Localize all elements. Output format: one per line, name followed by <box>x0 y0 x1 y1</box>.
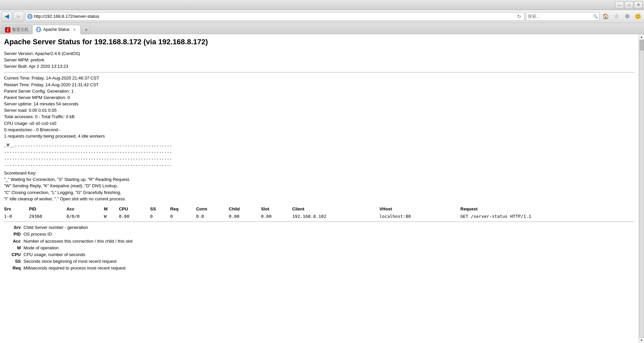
cpu-usage: CPU Usage: u0 s0 cu0 cs0 <box>4 120 635 127</box>
scroll-down-arrow[interactable]: ▼ <box>639 338 644 343</box>
current-time: Current Time: Friday, 14-Aug-2020 21:46:… <box>4 75 635 81</box>
restart-time: Restart Time: Friday, 14-Aug-2020 21:31:… <box>4 82 635 88</box>
server-version: Server Version: Apache/2.4.6 (CentOS) <box>4 51 635 57</box>
window-controls: — □ ✕ <box>615 1 643 9</box>
cell-pid: 29360 <box>29 213 67 220</box>
title-bar: — □ ✕ <box>0 0 644 10</box>
cell-srv: 1-0 <box>4 213 29 220</box>
scoreboard-key: Scoreboard Key: "_" Waiting for Connecti… <box>4 170 635 202</box>
legend-abbr-cpu: CPU <box>4 252 21 258</box>
legend-abbr-req: Req <box>4 265 21 271</box>
scrollbar-vertical[interactable]: ▲ ▼ <box>639 34 644 343</box>
cell-client: 192.168.8.102 <box>292 213 379 220</box>
legend-abbr-ss: SS <box>4 258 21 264</box>
maximize-button[interactable]: □ <box>625 1 633 9</box>
cell-cpu: 0.00 <box>119 213 150 220</box>
tab-bar: Z 配置主机 Apache Status ✕ + <box>0 23 644 34</box>
legend-row-cpu: CPU CPU usage, number of seconds <box>4 252 635 258</box>
cell-slot: 0.00 <box>261 213 292 220</box>
tab-favicon-1: Z <box>5 27 10 33</box>
cell-m: W <box>104 213 119 220</box>
cell-conn: 0.0 <box>196 213 229 220</box>
scroll-track[interactable] <box>639 40 644 338</box>
new-tab-button[interactable]: + <box>82 26 91 34</box>
cell-vhost: localhost:80 <box>379 213 460 220</box>
legend-row-srv: Srv Child Server number - generation <box>4 225 635 231</box>
legend-abbr-srv: Srv <box>4 225 21 231</box>
col-header-vhost: VHost <box>379 205 460 213</box>
scoreboard-row-2: ........................................… <box>4 148 635 154</box>
server-mpm: Server MPM: prefork <box>4 57 635 63</box>
col-header-cpu: CPU <box>119 205 150 213</box>
col-header-srv: Srv <box>4 205 29 213</box>
user-button[interactable]: 😊 <box>633 12 643 21</box>
url-input[interactable] <box>34 14 516 19</box>
scoreboard-row-3: ........................................… <box>4 155 635 161</box>
favorites-button[interactable]: ☆ <box>612 12 621 21</box>
close-button[interactable]: ✕ <box>634 1 643 9</box>
page-body: Apache Server Status for 192.168.8.172 (… <box>0 34 639 343</box>
content-area: Apache Server Status for 192.168.8.172 (… <box>0 34 639 343</box>
total-accesses: Total accesses: 0 - Total Traffic: 0 kB <box>4 114 635 120</box>
forward-button[interactable]: ▶ <box>13 11 24 21</box>
browser-window: — □ ✕ ◀ ▶ ↻ 🔍 <box>0 0 644 343</box>
legend-desc-cpu: CPU usage, number of seconds <box>23 252 85 258</box>
scroll-up-arrow[interactable]: ▲ <box>639 34 644 40</box>
legend-row-req: Req Milliseconds required to process mos… <box>4 265 635 271</box>
legend-desc-ss: Seconds since beginning of most recent r… <box>23 258 117 264</box>
page-title: Apache Server Status for 192.168.8.172 (… <box>4 37 635 47</box>
legend-row-m: M Mode of operation <box>4 245 635 251</box>
scoreboard-row-1: _W__....................................… <box>4 142 635 148</box>
scoreboard-row-4: ........................................… <box>4 161 635 167</box>
requests-rate: 0 requests/sec - 0 B/second - <box>4 127 635 133</box>
navigation-bar: ◀ ▶ ↻ 🔍 🏠 ☆ ⚙ 😊 <box>0 10 644 23</box>
col-header-request: Request <box>461 205 635 213</box>
col-header-client: Client <box>292 205 379 213</box>
legend-abbr-m: M <box>4 245 21 251</box>
cell-child: 0.00 <box>229 213 261 220</box>
col-header-req: Req <box>170 205 196 213</box>
workers-status: 1 requests currently being processed, 4 … <box>4 133 635 139</box>
minimize-button[interactable]: — <box>615 1 624 9</box>
legend-desc-m: Mode of operation <box>23 245 59 251</box>
legend-table: Srv Child Server number - generation PID… <box>4 222 635 271</box>
scoreboard-key-line-4: "I" Idle cleanup of worker, "." Open slo… <box>4 196 635 202</box>
refresh-button[interactable]: ↻ <box>516 13 523 20</box>
address-bar: ↻ <box>25 12 525 21</box>
cell-acc: 0/0/0 <box>66 213 104 220</box>
divider-1 <box>4 72 635 72</box>
search-input[interactable] <box>528 14 593 19</box>
tab-apache-status[interactable]: Apache Status ✕ <box>32 25 80 34</box>
tab-close-button[interactable]: ✕ <box>71 27 77 32</box>
scroll-thumb[interactable] <box>640 40 644 50</box>
scoreboard: _W__....................................… <box>4 142 635 167</box>
home-button[interactable]: 🏠 <box>601 12 610 21</box>
scoreboard-key-line-2: "W" Sending Reply, "K" Keepalive (read),… <box>4 183 635 189</box>
legend-row-pid: PID OS process ID <box>4 231 635 237</box>
legend-desc-srv: Child Server number - generation <box>23 225 88 231</box>
search-button[interactable]: 🔍 <box>593 14 598 19</box>
col-header-m: M <box>104 205 119 213</box>
settings-button[interactable]: ⚙ <box>623 12 632 21</box>
tab-peizhizhuji[interactable]: Z 配置主机 <box>1 25 32 34</box>
status-info: Current Time: Friday, 14-Aug-2020 21:46:… <box>4 75 635 139</box>
col-header-child: Child <box>229 205 261 213</box>
table-row: 1-0 29360 0/0/0 W 0.00 0 0 0.0 0.00 0.00… <box>4 213 635 220</box>
col-header-slot: Slot <box>261 205 292 213</box>
legend-abbr-pid: PID <box>4 231 21 237</box>
cell-ss: 0 <box>150 213 170 220</box>
col-header-conn: Conn <box>196 205 229 213</box>
legend-desc-req: Milliseconds required to process most re… <box>23 265 125 271</box>
server-load: Server load: 0.00 0.01 0.05 <box>4 107 635 113</box>
cell-request: GET /server-status HTTP/1.1 <box>461 213 635 220</box>
connections-table: Srv PID Acc M CPU SS Req Conn Child Slot… <box>4 205 635 220</box>
col-header-pid: PID <box>29 205 67 213</box>
scoreboard-key-line-1: "_" Waiting for Connection, "S" Starting… <box>4 177 635 183</box>
tab-label-1: 配置主机 <box>12 27 29 33</box>
legend-row-ss: SS Seconds since beginning of most recen… <box>4 258 635 264</box>
server-info: Server Version: Apache/2.4.6 (CentOS) Se… <box>4 51 635 70</box>
scoreboard-key-title: Scoreboard Key: <box>4 170 635 176</box>
back-button[interactable]: ◀ <box>1 11 12 21</box>
search-bar: 🔍 <box>526 12 600 21</box>
tab-label-2: Apache Status <box>43 27 69 32</box>
